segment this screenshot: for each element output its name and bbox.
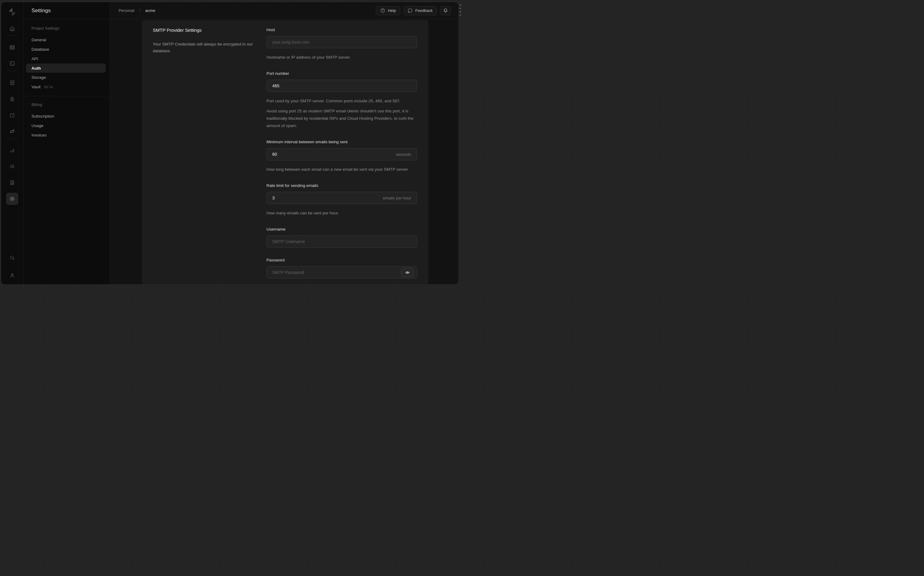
- rate-label: Rate limit for sending emails: [266, 183, 417, 188]
- sidebar-item-database[interactable]: Database: [24, 45, 110, 54]
- list-icon: [9, 163, 15, 170]
- topbar-actions: Help Feedback: [376, 6, 451, 15]
- breadcrumb-project[interactable]: acme: [145, 8, 155, 13]
- interval-helper: How long between each email can a new em…: [266, 166, 417, 173]
- storage-icon: [9, 112, 15, 118]
- host-input[interactable]: [272, 40, 414, 45]
- rate-suffix: emails per hour: [383, 196, 411, 200]
- eye-icon: [405, 270, 410, 275]
- beta-badge: BETA: [44, 85, 53, 89]
- interval-field: Minimum interval between emails being se…: [266, 139, 417, 173]
- rail-item-table-editor[interactable]: [6, 41, 18, 53]
- interval-input[interactable]: [272, 152, 392, 157]
- rail-item-auth[interactable]: [6, 93, 18, 105]
- help-button[interactable]: Help: [376, 6, 400, 15]
- user-icon: [9, 272, 15, 278]
- password-field: Password: [266, 258, 417, 278]
- username-label: Username: [266, 227, 417, 232]
- bell-icon: [443, 8, 448, 13]
- panel-intro: SMTP Provider Settings Your SMTP Credent…: [153, 27, 266, 284]
- sidebar-item-subscription[interactable]: Subscription: [24, 112, 110, 121]
- sidebar-divider: [24, 96, 110, 96]
- smtp-settings-panel: SMTP Provider Settings Your SMTP Credent…: [142, 20, 428, 284]
- app-window: Settings Project Settings General Databa…: [1, 2, 459, 285]
- interval-input-box: seconds: [266, 148, 417, 160]
- password-input-box: [266, 266, 417, 278]
- table-editor-icon: [9, 44, 15, 50]
- host-helper: Hostname or IP address of your SMTP serv…: [266, 54, 417, 61]
- page-title: Settings: [32, 8, 51, 14]
- content-area: SMTP Provider Settings Your SMTP Credent…: [110, 19, 458, 284]
- username-input[interactable]: [272, 239, 414, 244]
- interval-label: Minimum interval between emails being se…: [266, 139, 417, 144]
- file-text-icon: [9, 179, 15, 186]
- feedback-button[interactable]: Feedback: [404, 6, 437, 15]
- breadcrumb-org[interactable]: Personal: [119, 8, 134, 13]
- rail-divider: [7, 71, 17, 71]
- sidebar-item-api[interactable]: API: [24, 54, 110, 64]
- bar-chart-icon: [9, 147, 15, 153]
- host-input-box: [266, 36, 417, 48]
- sidebar-item-invoices[interactable]: Invoices: [24, 130, 110, 140]
- rail-item-reports[interactable]: [6, 144, 18, 156]
- rail-item-logs[interactable]: [6, 160, 18, 173]
- breadcrumb-separator: /: [139, 8, 140, 13]
- panel-description: Your SMTP Credentials will always be enc…: [153, 41, 260, 54]
- rail-item-settings[interactable]: [6, 193, 18, 205]
- rate-input-box: emails per hour: [266, 192, 417, 204]
- edge-functions-icon: [9, 128, 15, 134]
- section-label-billing: Billing: [24, 102, 110, 107]
- settings-sidebar: Settings Project Settings General Databa…: [24, 2, 110, 284]
- username-field: Username: [266, 227, 417, 248]
- supabase-logo-icon[interactable]: [8, 8, 16, 16]
- rate-field: Rate limit for sending emails emails per…: [266, 183, 417, 217]
- sidebar-item-general[interactable]: General: [24, 35, 110, 45]
- password-input[interactable]: [272, 270, 401, 275]
- rail-item-sql-editor[interactable]: [6, 58, 18, 70]
- chat-bubble-icon: [408, 8, 413, 13]
- search-icon: [9, 255, 15, 261]
- smtp-form: Host Hostname or IP address of your SMTP…: [266, 27, 417, 284]
- password-visibility-button[interactable]: [401, 268, 414, 277]
- interval-suffix: seconds: [396, 152, 411, 157]
- icon-rail: [1, 2, 24, 284]
- sidebar-item-vault[interactable]: Vault BETA: [24, 82, 110, 92]
- port-input[interactable]: [272, 83, 414, 88]
- rate-helper: How many emails can be sent per hour.: [266, 210, 417, 217]
- sidebar-item-auth[interactable]: Auth: [26, 64, 106, 73]
- host-label: Host: [266, 27, 417, 32]
- sql-editor-icon: [9, 61, 15, 67]
- username-input-box: [266, 235, 417, 248]
- rail-item-storage[interactable]: [6, 109, 18, 121]
- rail-divider: [7, 35, 17, 36]
- sidebar-item-usage[interactable]: Usage: [24, 121, 110, 130]
- gear-icon: [9, 196, 15, 202]
- rail-divider: [7, 139, 17, 139]
- rate-input[interactable]: [272, 195, 379, 200]
- window-scrollbar-dots[interactable]: [460, 4, 461, 18]
- rail-item-docs[interactable]: [6, 176, 18, 189]
- topbar: Personal / acme Help Feedback: [110, 2, 458, 19]
- panel-title: SMTP Provider Settings: [153, 27, 266, 33]
- notifications-button[interactable]: [440, 6, 451, 15]
- port-field: Port number Port used by your SMTP serve…: [266, 71, 417, 130]
- port-helper-1: Port used by your SMTP server. Common po…: [266, 98, 417, 105]
- help-circle-icon: [380, 8, 385, 13]
- rail-item-home[interactable]: [6, 22, 18, 35]
- port-helper-2: Avoid using port 25 as modern SMTP email…: [266, 107, 417, 130]
- rail-item-database[interactable]: [6, 77, 18, 89]
- home-icon: [9, 26, 15, 32]
- lock-icon: [9, 96, 15, 102]
- rail-item-profile[interactable]: [6, 269, 18, 282]
- host-field: Host Hostname or IP address of your SMTP…: [266, 27, 417, 61]
- section-label-project-settings: Project Settings: [24, 26, 110, 30]
- port-input-box: [266, 80, 417, 92]
- main-area: Personal / acme Help Feedback: [110, 2, 458, 284]
- sidebar-body: Project Settings General Database API Au…: [24, 19, 110, 140]
- sidebar-header: Settings: [24, 2, 110, 19]
- rail-item-edge-functions[interactable]: [6, 125, 18, 138]
- password-label: Password: [266, 258, 417, 262]
- database-icon: [9, 80, 15, 86]
- sidebar-item-storage[interactable]: Storage: [24, 73, 110, 82]
- rail-item-search[interactable]: [6, 252, 18, 264]
